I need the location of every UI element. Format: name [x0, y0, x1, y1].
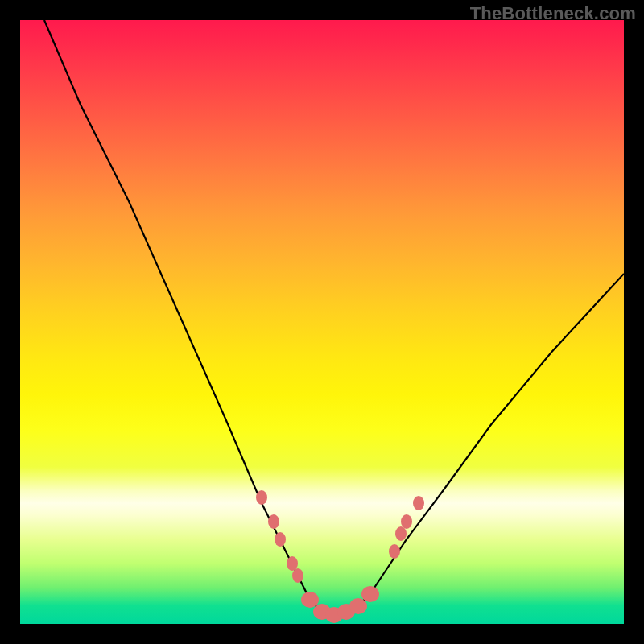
- marker-dot: [389, 544, 400, 559]
- bottleneck-curve: [44, 20, 624, 618]
- marker-dot: [256, 490, 267, 505]
- curve-svg: [20, 20, 624, 624]
- marker-dot: [275, 532, 286, 547]
- plot-area: [20, 20, 624, 624]
- watermark-text: TheBottleneck.com: [470, 3, 636, 24]
- marker-dot: [401, 514, 412, 529]
- chart-frame: TheBottleneck.com: [0, 0, 644, 644]
- marker-dot: [413, 496, 424, 510]
- marker-dot: [292, 568, 303, 583]
- marker-dot: [361, 586, 379, 602]
- marker-dot: [268, 514, 279, 529]
